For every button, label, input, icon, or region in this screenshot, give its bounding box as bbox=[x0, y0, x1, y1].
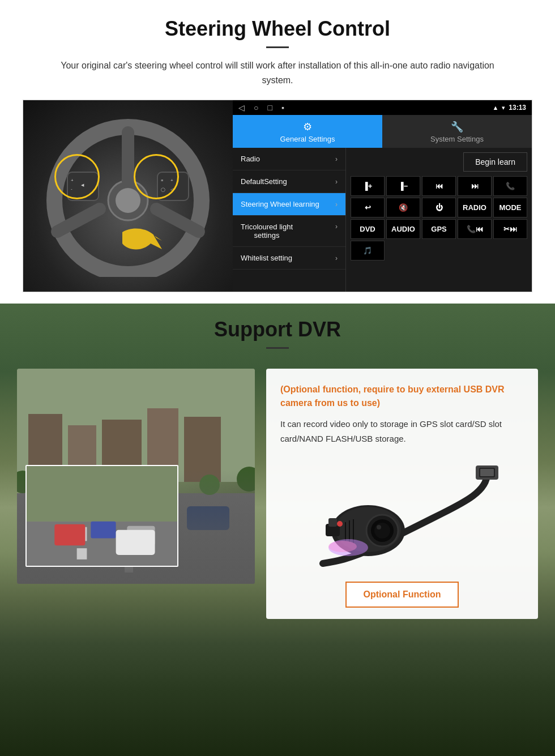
control-grid: ▐+ ▐− ⏮ ⏭ 📞 bbox=[351, 176, 527, 260]
highlight-circle-left bbox=[54, 154, 100, 199]
steering-section: Steering Wheel Control Your original car… bbox=[0, 0, 555, 304]
svg-point-2 bbox=[116, 188, 140, 213]
android-panel: ◁ ○ □ ▪ ▲ ▾ 13:13 ⚙ General Settings bbox=[233, 100, 532, 292]
nav-bar: ◁ ○ □ ▪ bbox=[238, 103, 284, 112]
wifi-icon: ▾ bbox=[502, 104, 505, 112]
ctrl-music[interactable]: 🎵 bbox=[351, 241, 385, 260]
menu-steering-label: Steering Wheel learning bbox=[241, 200, 319, 208]
steering-demo: + - ◀ ≡ + ◯ ◁ bbox=[23, 100, 532, 292]
svg-point-47 bbox=[374, 523, 390, 539]
highlight-circle-right bbox=[134, 154, 179, 199]
wrench-icon: 🔧 bbox=[385, 121, 529, 133]
cut-next-icon: ✂⏭ bbox=[503, 225, 517, 233]
settings-tabs: ⚙ General Settings 🔧 System Settings bbox=[233, 115, 532, 148]
ctrl-cut-next[interactable]: ✂⏭ bbox=[493, 219, 527, 239]
vol-up-icon: ▐+ bbox=[363, 182, 373, 190]
optional-function-button[interactable]: Optional Function bbox=[345, 582, 459, 608]
ctrl-call-prev[interactable]: 📞⏮ bbox=[458, 219, 492, 239]
dvr-content: (Optional function, require to buy exter… bbox=[0, 357, 555, 725]
status-time: 13:13 bbox=[509, 104, 526, 112]
menu-default-label: DefaultSetting bbox=[241, 177, 287, 186]
svg-rect-32 bbox=[27, 466, 177, 522]
arrow-icon bbox=[119, 224, 165, 258]
svg-rect-50 bbox=[328, 518, 337, 527]
menu-whitelist-label: Whitelist setting bbox=[241, 254, 292, 262]
dvr-optional-notice: (Optional function, require to buy exter… bbox=[280, 383, 524, 410]
ctrl-next[interactable]: ⏭ bbox=[458, 176, 492, 196]
ctrl-gps[interactable]: GPS bbox=[422, 219, 456, 239]
ctrl-mute[interactable]: 🔇 bbox=[386, 198, 420, 217]
dvr-title: Support DVR bbox=[0, 318, 555, 341]
chevron-icon: › bbox=[335, 223, 338, 240]
statusbar: ◁ ○ □ ▪ ▲ ▾ 13:13 bbox=[233, 100, 532, 115]
dvd-label: DVD bbox=[360, 225, 375, 233]
power-icon: ⏻ bbox=[436, 203, 443, 212]
ctrl-prev[interactable]: ⏮ bbox=[422, 176, 456, 196]
camera-svg bbox=[294, 457, 510, 570]
menu-item-default[interactable]: DefaultSetting › bbox=[233, 170, 345, 193]
dvr-main-preview bbox=[17, 369, 255, 584]
page-title: Steering Wheel Control bbox=[23, 17, 532, 41]
mode-label: MODE bbox=[500, 203, 522, 212]
ctrl-call[interactable]: 📞 bbox=[493, 176, 527, 196]
begin-learn-button[interactable]: Begin learn bbox=[463, 152, 527, 172]
menu-area: Radio › DefaultSetting › Steering Wheel … bbox=[233, 148, 532, 292]
menu-item-steering[interactable]: Steering Wheel learning › bbox=[233, 193, 345, 216]
svg-rect-35 bbox=[77, 548, 87, 559]
music-icon: 🎵 bbox=[363, 246, 372, 255]
chevron-icon: › bbox=[335, 178, 338, 186]
dvr-info-card: (Optional function, require to buy exter… bbox=[266, 369, 538, 619]
dvr-divider bbox=[266, 347, 289, 349]
svg-point-56 bbox=[337, 521, 343, 527]
ctrl-radio[interactable]: RADIO bbox=[458, 198, 492, 217]
menu-item-whitelist[interactable]: Whitelist setting › bbox=[233, 247, 345, 270]
call-prev-icon: 📞⏮ bbox=[467, 225, 483, 233]
home-icon[interactable]: ○ bbox=[254, 103, 258, 112]
back-icon[interactable]: ◁ bbox=[238, 103, 245, 112]
ctrl-hangup[interactable]: ↩ bbox=[351, 198, 385, 217]
title-divider bbox=[266, 46, 289, 48]
menu-tricolour-label: Tricoloured lightsettings bbox=[241, 223, 293, 240]
ctrl-power[interactable]: ⏻ bbox=[422, 198, 456, 217]
radio-label: RADIO bbox=[463, 203, 486, 212]
audio-label: AUDIO bbox=[391, 225, 415, 233]
prev-icon: ⏮ bbox=[436, 182, 443, 190]
steering-description: Your original car's steering wheel contr… bbox=[45, 58, 510, 87]
tab-system[interactable]: 🔧 System Settings bbox=[382, 115, 532, 148]
signal-icon: ▲ bbox=[492, 104, 498, 111]
tab-general-label: General Settings bbox=[280, 135, 335, 143]
chevron-icon: › bbox=[335, 155, 338, 163]
chevron-icon: › bbox=[335, 254, 338, 262]
menu-item-radio[interactable]: Radio › bbox=[233, 148, 345, 170]
svg-rect-38 bbox=[91, 522, 116, 539]
call-icon: 📞 bbox=[506, 182, 515, 190]
vol-down-icon: ▐− bbox=[399, 182, 408, 190]
svg-rect-36 bbox=[54, 524, 85, 545]
menu-icon[interactable]: ▪ bbox=[281, 103, 284, 112]
ctrl-mode[interactable]: MODE bbox=[493, 198, 527, 217]
tab-system-label: System Settings bbox=[430, 135, 484, 143]
status-icons: ▲ ▾ 13:13 bbox=[492, 104, 526, 112]
ctrl-vol-up[interactable]: ▐+ bbox=[351, 176, 385, 196]
tab-general[interactable]: ⚙ General Settings bbox=[233, 115, 382, 148]
hangup-icon: ↩ bbox=[365, 203, 371, 212]
menu-item-tricolour[interactable]: Tricoloured lightsettings › bbox=[233, 216, 345, 247]
ctrl-dvd[interactable]: DVD bbox=[351, 219, 385, 239]
menu-right: Begin learn ▐+ ▐− ⏮ bbox=[346, 148, 532, 292]
svg-point-55 bbox=[328, 541, 357, 552]
ctrl-audio[interactable]: AUDIO bbox=[386, 219, 420, 239]
next-icon: ⏭ bbox=[471, 182, 479, 190]
gps-label: GPS bbox=[431, 225, 446, 233]
svg-point-48 bbox=[377, 525, 381, 529]
ctrl-vol-down[interactable]: ▐− bbox=[386, 176, 420, 196]
dvr-footage bbox=[17, 369, 255, 584]
gear-icon: ⚙ bbox=[236, 121, 379, 133]
dvr-section: Support DVR bbox=[0, 304, 555, 756]
menu-radio-label: Radio bbox=[241, 155, 260, 163]
recents-icon[interactable]: □ bbox=[267, 103, 272, 112]
dvr-body-text: It can record video only to storage in G… bbox=[280, 417, 524, 446]
dvr-camera-image bbox=[280, 457, 524, 570]
dvr-header: Support DVR bbox=[0, 304, 555, 357]
steering-photo: + - ◀ ≡ + ◯ ◁ bbox=[23, 100, 233, 292]
begin-learn-row: Begin learn bbox=[351, 152, 527, 172]
